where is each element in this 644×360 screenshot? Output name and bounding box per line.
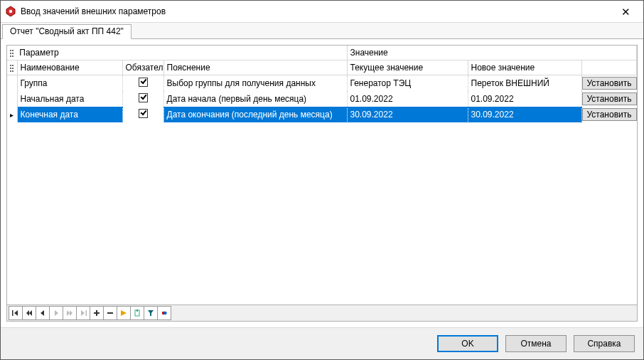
svg-point-1 [9,10,12,13]
band-handle-icon [10,50,14,57]
cell-name: Начальная дата [17,91,122,107]
band-parameter-label: Параметр [19,48,58,58]
checkbox-icon [139,109,148,118]
nav-refresh[interactable] [157,306,171,320]
svg-marker-18 [148,310,154,316]
titlebar: Ввод значений внешних параметров ✕ [1,1,643,23]
cell-name: Конечная дата [17,107,122,122]
svg-marker-6 [41,310,44,316]
cell-desc: Выбор группы для получения данных [163,75,347,92]
record-navigator [7,305,637,321]
svg-marker-15 [121,310,127,316]
ok-button[interactable]: OK [437,335,498,352]
col-required[interactable]: Обязательный [122,60,163,75]
content-area: Параметр Значение Наименование Обязатель… [1,38,643,327]
cell-new-value[interactable]: 01.09.2022 [468,91,581,107]
cell-set-button: Установить [581,75,637,92]
col-indicator [7,60,17,75]
svg-rect-14 [107,312,113,314]
table-row[interactable]: Конечная датаДата окончания (последний д… [7,107,637,122]
band-value-label: Значение [350,48,388,58]
svg-marker-7 [55,310,58,316]
nav-last[interactable] [76,306,90,320]
cell-new-value[interactable]: 30.09.2022 [468,107,581,122]
svg-rect-17 [136,309,138,312]
checkbox-icon [139,93,148,102]
help-button[interactable]: Справка [574,335,635,352]
window-title: Ввод значений внешних параметров [21,6,610,16]
grid-container: Параметр Значение Наименование Обязатель… [6,45,638,322]
row-indicator [7,91,17,107]
svg-rect-13 [94,312,100,314]
cell-new-value[interactable]: Переток ВНЕШНИЙ [468,75,581,92]
nav-first[interactable] [9,306,23,320]
tab-report[interactable]: Отчет "Сводный акт ПП 442" [2,24,132,39]
row-indicator [7,107,17,122]
svg-marker-5 [29,310,32,316]
col-new[interactable]: Новое значение [468,60,581,75]
col-name[interactable]: Наименование [17,60,122,75]
nav-delete[interactable] [103,306,117,320]
cell-set-button: Установить [581,91,637,107]
dialog-footer: OK Отмена Справка [1,327,643,359]
svg-rect-2 [12,310,14,316]
svg-marker-9 [70,310,73,316]
nav-edit[interactable] [117,306,131,320]
cell-required[interactable] [122,107,163,122]
parameters-grid-header: Параметр Значение Наименование Обязатель… [7,46,637,122]
nav-prior[interactable] [36,306,50,320]
col-desc[interactable]: Пояснение [163,60,347,75]
cell-name: Группа [17,75,122,92]
nav-prior-page[interactable] [22,306,36,320]
cell-required[interactable] [122,75,163,92]
cell-desc: Дата начала (первый день месяца) [163,91,347,107]
table-row[interactable]: Начальная датаДата начала (первый день м… [7,91,637,107]
svg-rect-11 [86,310,87,316]
col-current[interactable]: Текущее значение [347,60,468,75]
row-indicator [7,75,17,92]
col-button [581,60,637,75]
cell-required[interactable] [122,91,163,107]
set-button[interactable]: Установить [582,108,637,121]
current-row-arrow-icon [10,110,14,120]
tab-strip: Отчет "Сводный акт ПП 442" [1,23,643,38]
cancel-button[interactable]: Отмена [505,335,567,352]
cell-current-value: Генератор ТЭЦ [347,75,468,92]
set-button[interactable]: Установить [582,92,637,105]
nav-bookmark[interactable] [130,306,144,320]
cell-set-button: Установить [581,107,637,122]
nav-next[interactable] [49,306,63,320]
band-value: Значение [347,46,637,60]
svg-marker-4 [26,310,29,316]
svg-marker-3 [14,310,18,316]
table-row[interactable]: ГруппаВыбор группы для получения данныхГ… [7,75,637,92]
app-icon [5,6,16,17]
checkbox-icon [139,78,148,87]
nav-next-page[interactable] [63,306,77,320]
svg-marker-8 [67,310,70,316]
cell-current-value: 01.09.2022 [347,91,468,107]
grid-body-space [7,122,637,305]
nav-insert[interactable] [90,306,104,320]
cell-desc: Дата окончания (последний день месяца) [163,107,347,122]
cell-current-value: 30.09.2022 [347,107,468,122]
band-parameter: Параметр [7,46,347,60]
nav-filter[interactable] [144,306,158,320]
set-button[interactable]: Установить [582,77,637,90]
close-button[interactable]: ✕ [610,1,642,21]
dialog-window: Ввод значений внешних параметров ✕ Отчет… [0,0,644,360]
svg-marker-10 [81,310,85,316]
col-handle-icon [10,65,14,72]
svg-point-20 [163,312,166,314]
